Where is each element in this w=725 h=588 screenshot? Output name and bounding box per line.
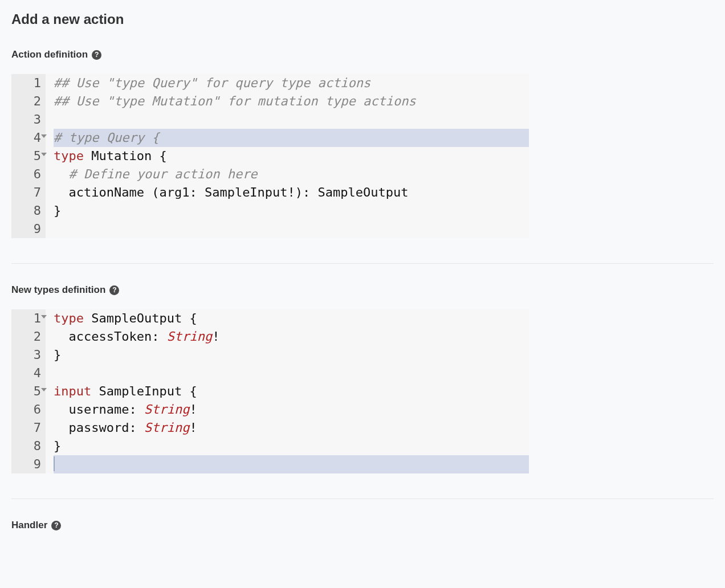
gutter-line: 7 (11, 183, 41, 202)
code-line[interactable]: } (54, 346, 529, 364)
code-token: } (54, 203, 61, 218)
code-token: ! (189, 420, 197, 435)
code-line[interactable]: actionName (arg1: SampleInput!): SampleO… (54, 183, 529, 202)
code-token: String (144, 420, 189, 435)
gutter-line: 6 (11, 165, 41, 183)
gutter-line: 5 (11, 147, 41, 165)
gutter-line: 4 (11, 129, 41, 147)
code-token: input (54, 384, 99, 398)
code-token: # Define your action here (54, 167, 258, 181)
code-token: ! (212, 329, 219, 344)
gutter-line: 1 (11, 309, 41, 328)
code-token: SampleInput { (99, 384, 197, 398)
code-line[interactable] (54, 111, 529, 129)
gutter-line: 4 (11, 364, 41, 382)
code-line[interactable]: # type Query { (54, 129, 529, 147)
types-definition-label-text: New types definition (11, 284, 105, 296)
cursor-icon (54, 456, 55, 471)
editor-body[interactable]: type SampleOutput { accessToken: String!… (46, 309, 529, 473)
code-line[interactable]: } (54, 437, 529, 455)
code-token: ## Use "type Query" for query type actio… (54, 76, 370, 90)
page-title: Add a new action (11, 11, 714, 27)
code-line[interactable]: ## Use "type Query" for query type actio… (54, 74, 529, 92)
code-token: ## Use "type Mutation" for mutation type… (54, 94, 416, 108)
code-token: } (54, 348, 61, 362)
code-line[interactable]: } (54, 202, 529, 220)
code-token: SampleOutput { (91, 311, 197, 325)
fold-caret-icon[interactable] (41, 388, 47, 391)
code-line[interactable]: type SampleOutput { (54, 309, 529, 328)
code-line[interactable]: password: String! (54, 419, 529, 437)
code-token: password: (54, 420, 144, 435)
code-line[interactable]: # Define your action here (54, 165, 529, 183)
code-token: } (54, 439, 61, 453)
gutter-line: 2 (11, 328, 41, 346)
gutter-line: 1 (11, 74, 41, 92)
code-line[interactable]: username: String! (54, 401, 529, 419)
code-token: accessToken: (54, 329, 167, 344)
gutter-line: 5 (11, 382, 41, 401)
code-line[interactable] (54, 220, 529, 238)
gutter-line: 9 (11, 455, 41, 473)
gutter-line: 7 (11, 419, 41, 437)
code-token: type (54, 149, 91, 163)
fold-caret-icon[interactable] (41, 153, 47, 156)
code-token: Mutation { (91, 149, 166, 163)
code-token: type (54, 311, 91, 325)
code-line[interactable]: accessToken: String! (54, 328, 529, 346)
section-divider (11, 499, 714, 499)
code-token: actionName (arg1: SampleInput!): SampleO… (54, 185, 409, 199)
gutter-line: 3 (11, 111, 41, 129)
gutter-line: 3 (11, 346, 41, 364)
types-definition-editor[interactable]: 123456789 type SampleOutput { accessToke… (11, 309, 529, 473)
fold-caret-icon[interactable] (41, 134, 47, 138)
fold-caret-icon[interactable] (41, 315, 47, 318)
action-definition-label: Action definition ? (11, 49, 714, 60)
editor-gutter: 123456789 (11, 309, 46, 473)
gutter-line: 8 (11, 437, 41, 455)
code-token: username: (54, 402, 144, 416)
editor-body[interactable]: ## Use "type Query" for query type actio… (46, 74, 529, 238)
help-icon[interactable]: ? (109, 285, 119, 295)
code-token: # type Query { (54, 130, 159, 145)
section-divider (11, 263, 714, 264)
code-token: String (167, 329, 212, 344)
code-line[interactable] (54, 364, 529, 382)
code-line[interactable]: ## Use "type Mutation" for mutation type… (54, 92, 529, 111)
action-definition-editor[interactable]: 123456789 ## Use "type Query" for query … (11, 74, 529, 238)
code-line[interactable] (54, 455, 529, 473)
help-icon[interactable]: ? (51, 521, 61, 530)
code-line[interactable]: input SampleInput { (54, 382, 529, 401)
gutter-line: 2 (11, 92, 41, 111)
help-icon[interactable]: ? (92, 50, 101, 60)
gutter-line: 8 (11, 202, 41, 220)
code-token: ! (189, 402, 197, 416)
code-line[interactable]: type Mutation { (54, 147, 529, 165)
handler-label: Handler ? (11, 520, 714, 531)
types-definition-label: New types definition ? (11, 284, 714, 296)
editor-gutter: 123456789 (11, 74, 46, 238)
handler-label-text: Handler (11, 520, 47, 531)
action-definition-label-text: Action definition (11, 49, 88, 60)
gutter-line: 9 (11, 220, 41, 238)
code-token: String (144, 402, 189, 416)
gutter-line: 6 (11, 401, 41, 419)
